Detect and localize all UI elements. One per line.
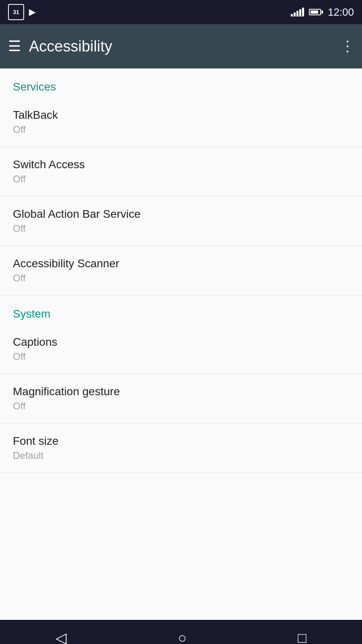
global-action-bar-title: Global Action Bar Service xyxy=(13,208,349,221)
talkback-subtitle: Off xyxy=(13,124,349,135)
font-size-subtitle: Default xyxy=(13,450,349,461)
home-button[interactable]: ○ xyxy=(178,630,187,644)
talkback-item[interactable]: TalkBack Off xyxy=(0,97,362,147)
switch-access-title: Switch Access xyxy=(13,158,349,171)
magnification-gesture-title: Magnification gesture xyxy=(13,385,349,398)
captions-item[interactable]: Captions Off xyxy=(0,324,362,374)
bottom-nav-bar: ◁ ○ □ xyxy=(0,620,362,644)
status-time: 12:00 xyxy=(328,6,354,19)
system-section-header: System xyxy=(0,295,362,324)
global-action-bar-item[interactable]: Global Action Bar Service Off xyxy=(0,196,362,246)
battery-icon xyxy=(309,9,323,15)
font-size-item[interactable]: Font size Default xyxy=(0,423,362,473)
app-bar-left: ☰ Accessibility xyxy=(8,38,112,55)
accessibility-scanner-item[interactable]: Accessibility Scanner Off xyxy=(0,246,362,295)
font-size-title: Font size xyxy=(13,435,349,448)
accessibility-scanner-title: Accessibility Scanner xyxy=(13,257,349,270)
global-action-bar-subtitle: Off xyxy=(13,223,349,234)
status-bar: 31 ▶ 12:00 xyxy=(0,0,362,24)
status-bar-right: 12:00 xyxy=(291,6,354,19)
menu-button[interactable]: ☰ xyxy=(8,38,21,55)
calendar-date: 31 xyxy=(13,9,19,15)
services-section-header: Services xyxy=(0,68,362,97)
switch-access-item[interactable]: Switch Access Off xyxy=(0,147,362,196)
content-area: Services TalkBack Off Switch Access Off … xyxy=(0,68,362,620)
notification-icon: ▶ xyxy=(29,7,36,17)
calendar-icon: 31 xyxy=(8,4,24,20)
services-label: Services xyxy=(13,80,56,93)
system-label: System xyxy=(13,308,50,320)
recents-button[interactable]: □ xyxy=(298,630,306,644)
magnification-gesture-subtitle: Off xyxy=(13,400,349,412)
talkback-title: TalkBack xyxy=(13,109,349,122)
accessibility-scanner-subtitle: Off xyxy=(13,272,349,284)
magnification-gesture-item[interactable]: Magnification gesture Off xyxy=(0,374,362,423)
more-options-button[interactable]: ⋮ xyxy=(340,38,354,55)
app-bar: ☰ Accessibility ⋮ xyxy=(0,24,362,68)
back-button[interactable]: ◁ xyxy=(56,630,67,644)
status-bar-left: 31 ▶ xyxy=(8,4,36,20)
signal-icon xyxy=(291,8,304,17)
switch-access-subtitle: Off xyxy=(13,173,349,185)
captions-subtitle: Off xyxy=(13,351,349,362)
captions-title: Captions xyxy=(13,336,349,349)
page-title: Accessibility xyxy=(29,38,112,55)
